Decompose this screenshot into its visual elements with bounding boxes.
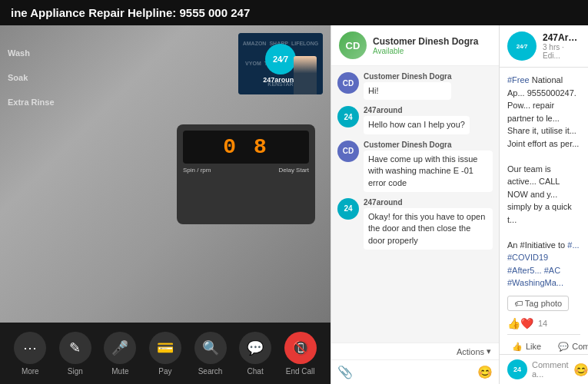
mute-icon: 🎤 (104, 332, 136, 364)
actions-button[interactable]: Actions ▾ (457, 346, 491, 356)
spin-rpm-label: Spin / rpm (183, 167, 211, 174)
like-label: Like (526, 342, 541, 351)
hashtag-covid: #... (567, 240, 579, 250)
fb-page-avatar: 24⁄7 (507, 31, 537, 61)
more-label: More (22, 367, 39, 376)
fb-logo-text: 24⁄7 (517, 43, 528, 50)
chat-icon: 💬 (239, 332, 271, 364)
wm-control-panel: 0 8 Spin / rpm Delay Start (177, 124, 315, 224)
chat-message: 24 247around Okay! for this you have to … (337, 198, 493, 250)
search-button[interactable]: 🔍 Search (194, 332, 227, 376)
fb-published-label: 3 hrs · Edi... (543, 43, 564, 60)
sign-button[interactable]: ✎ Sign (59, 332, 91, 376)
wash-label: Wash (8, 48, 55, 58)
reaction-count: 14 (538, 319, 547, 328)
sign-label: Sign (68, 367, 83, 376)
actions-chevron-icon: ▾ (487, 346, 491, 356)
fb-post-text: #Free National Ap... 9555000247. Pow... … (507, 74, 580, 290)
mute-button[interactable]: 🎤 Mute (104, 332, 136, 376)
control-bar: ⋯ More ✎ Sign 🎤 Mute 💳 Pay 🔍 Search 💬 (0, 323, 331, 384)
video-main: Wash Soak Extra Rinse 0 8 Spin / rpm Del… (0, 25, 331, 323)
fb-page-name: 247Aroun... (543, 32, 580, 43)
small-video-label-text: 247around (263, 76, 298, 84)
message-sender: 247around (364, 198, 493, 207)
fb-post-header: 24⁄7 247Aroun... 3 hrs · Edi... (500, 25, 588, 68)
small-video-overlay: AMAZON SHARP LIFELONG VYOM TEXLA JVC INO… (238, 33, 323, 94)
heart-reaction-icon: ❤️ (520, 317, 533, 329)
top-bar: ine Appliance Repair Helpline: 9555 000 … (0, 0, 588, 25)
fb-post-body: #Free National Ap... 9555000247. Pow... … (500, 68, 588, 354)
wc-word: AMAZON (241, 40, 268, 47)
end-call-button[interactable]: 📵 End Call (284, 332, 317, 376)
person-silhouette (294, 56, 317, 94)
message-avatar: 24 (337, 198, 359, 220)
wc-word: VYOM (244, 60, 263, 67)
fb-reactions: 👍 ❤️ 14 (507, 317, 580, 335)
chat-customer-name: Customer Dinesh Dogra (373, 36, 478, 47)
small-video-logo: 24⁄7 (265, 44, 296, 74)
fb-actions-row: 👍 Like 💬 Comment (507, 339, 580, 355)
chat-message: CD Customer Dinesh Dogra Have come up wi… (337, 141, 493, 192)
hashtag-after5: #After5... (507, 266, 542, 275)
like-icon: 👍 (512, 342, 523, 352)
chat-input-area: 📎 😊 (331, 359, 499, 384)
wm-left-labels: Wash Soak Extra Rinse (8, 48, 55, 107)
chat-header: CD Customer Dinesh Dogra Available (331, 25, 499, 66)
chat-messages-list: CD Customer Dinesh Dogra Hi! 24 247aroun… (331, 66, 499, 343)
actions-label: Actions (457, 347, 484, 356)
more-button[interactable]: ⋯ More (14, 332, 46, 376)
wm-panel-labels: Spin / rpm Delay Start (183, 167, 309, 174)
extra-rinse-label: Extra Rinse (8, 98, 55, 107)
chat-message: CD Customer Dinesh Dogra Hi! (337, 72, 493, 100)
fb-comment-input[interactable]: Comment a... (532, 360, 569, 379)
chat-status: Available (373, 47, 478, 55)
hashtag-covid19: #COVID19 (507, 253, 548, 262)
pay-button[interactable]: 💳 Pay (149, 332, 181, 376)
message-text: Okay! for this you have to open the door… (364, 208, 493, 250)
chat-message: 24 247around Hello how can I help you? (337, 106, 493, 134)
chat-header-avatar: CD (339, 31, 367, 59)
message-content: Customer Dinesh Dogra Hi! (364, 72, 451, 100)
message-avatar: CD (337, 141, 359, 162)
chat-panel: CD Customer Dinesh Dogra Available CD Cu… (331, 25, 500, 384)
mute-label: Mute (111, 367, 128, 376)
message-text: Hello how can I help you? (364, 116, 470, 134)
fb-comment-emoji-icon: 😊 (573, 362, 588, 377)
comment-icon: 💬 (558, 342, 569, 352)
tag-photo-button[interactable]: 🏷 Tag photo (507, 296, 569, 311)
video-area: Wash Soak Extra Rinse 0 8 Spin / rpm Del… (0, 25, 331, 384)
comment-label: Comment (572, 342, 588, 351)
chat-input-field[interactable] (357, 367, 473, 378)
search-icon: 🔍 (194, 332, 227, 364)
more-icon: ⋯ (14, 332, 46, 364)
washing-machine-bg: Wash Soak Extra Rinse 0 8 Spin / rpm Del… (0, 25, 331, 323)
logo-text: 24⁄7 (273, 55, 288, 64)
delay-start-label: Delay Start (278, 167, 309, 174)
wc-word: LIFELONG (290, 40, 320, 47)
fb-comment-button[interactable]: 💬 Comment (553, 339, 588, 354)
chat-header-info: Customer Dinesh Dogra Available (373, 36, 478, 55)
chat-actions-row: Actions ▾ (331, 343, 499, 359)
pay-label: Pay (158, 367, 171, 376)
message-sender: 247around (364, 106, 470, 114)
fb-like-button[interactable]: 👍 Like (507, 339, 546, 354)
message-content: 247around Okay! for this you have to ope… (364, 198, 493, 250)
hashtag-ac: #AC (544, 266, 560, 275)
message-sender: Customer Dinesh Dogra (364, 72, 451, 81)
main-content: Wash Soak Extra Rinse 0 8 Spin / rpm Del… (0, 25, 588, 384)
message-content: Customer Dinesh Dogra Have come up with … (364, 141, 493, 192)
page-title: ine Appliance Repair Helpline: 9555 000 … (11, 6, 250, 19)
attach-icon[interactable]: 📎 (337, 365, 353, 379)
reaction-icons: 👍 ❤️ (507, 317, 533, 329)
fb-own-avatar: 24 (507, 359, 527, 379)
fb-header-info: 247Aroun... 3 hrs · Edi... (543, 32, 580, 60)
soak-label: Soak (8, 73, 55, 82)
facebook-panel: 24⁄7 247Aroun... 3 hrs · Edi... #Free Na… (500, 25, 588, 384)
tag-photo-label: 🏷 Tag photo (514, 299, 562, 308)
chat-label: Chat (247, 367, 264, 376)
like-reaction-icon: 👍 (507, 317, 520, 329)
emoji-icon[interactable]: 😊 (477, 365, 493, 379)
fb-published-info: 3 hrs · Edi... (543, 43, 580, 60)
chat-button[interactable]: 💬 Chat (239, 332, 271, 376)
chat-avatar-initial: CD (346, 40, 360, 51)
